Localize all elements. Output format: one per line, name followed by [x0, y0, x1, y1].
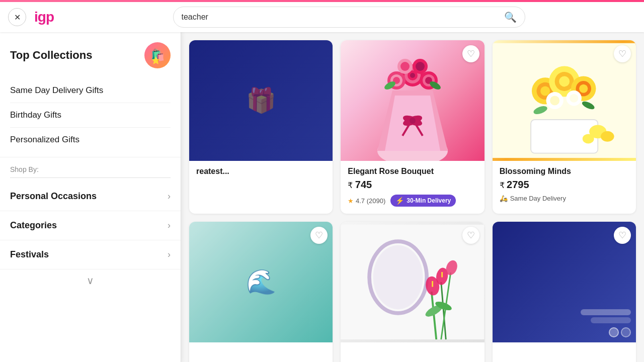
shop-by-divider [10, 177, 171, 178]
collection-item-personalized[interactable]: Personalized Gifts [10, 128, 171, 152]
shop-by-label: Shop By: [10, 165, 171, 173]
scooter-icon: 🛵 [500, 195, 508, 202]
svg-point-43 [582, 134, 594, 144]
product-card-rose-bouquet[interactable]: ♡ Elegant Rose Bouquet ₹ 745 ★ 4.7 (2090… [341, 40, 484, 214]
sidebar: Top Collections 🛍️ ⭐ Same Day Delivery G… [0, 32, 181, 362]
chevron-right-icon-3: › [168, 249, 171, 260]
svg-point-38 [570, 94, 578, 103]
chevron-down-icon: ∨ [87, 275, 94, 287]
accordion-festivals[interactable]: Festivals › [0, 240, 181, 269]
product-image-rose [341, 40, 484, 161]
chevron-right-icon-2: › [168, 220, 171, 231]
top-collections-title: Top Collections [10, 49, 92, 62]
wishlist-button-rose[interactable]: ♡ [462, 45, 479, 62]
product-image-1: 🎁 [189, 40, 333, 161]
product-info-teal [189, 342, 333, 362]
plant-svg [341, 222, 484, 342]
product-price-rose: ₹ 745 [348, 179, 477, 191]
collections-star-icon: ⭐ [151, 56, 160, 64]
product-card-teal[interactable]: 🌊 ♡ [189, 222, 333, 362]
accordion-personal-occasions[interactable]: Personal Occasions › [0, 182, 181, 211]
chevron-right-icon: › [168, 191, 171, 202]
header: ✕ igp 🔍 [0, 2, 644, 32]
svg-point-19 [400, 62, 410, 71]
product-name-1: reatest... [196, 167, 326, 176]
product-meta-blossoming: 🛵 Same Day Delivery [500, 195, 629, 202]
personal-occasions-label: Personal Occasions [10, 191, 97, 202]
product-info-light [341, 342, 484, 362]
search-bar: 🔍 [173, 7, 525, 28]
svg-point-31 [559, 76, 570, 86]
search-input[interactable] [182, 13, 504, 22]
svg-point-46 [373, 245, 423, 309]
collections-icon: 🛍️ ⭐ [144, 42, 171, 68]
product-rating-rose: ★ 4.7 (2090) [348, 197, 385, 205]
svg-point-28 [540, 86, 550, 96]
product-card-light[interactable]: ♡ [341, 222, 484, 362]
same-day-delivery-badge: 🛵 Same Day Delivery [500, 195, 566, 202]
svg-point-36 [550, 96, 559, 105]
product-image-light [341, 222, 484, 342]
festivals-label: Festivals [10, 249, 49, 260]
heart-icon-3: ♡ [315, 230, 323, 241]
main-content: 🎁 reatest... [181, 32, 644, 362]
svg-point-42 [601, 131, 614, 142]
product-image-navy [493, 222, 636, 342]
svg-point-5 [410, 118, 416, 124]
product-name-blossoming: Blossoming Minds [500, 167, 629, 176]
svg-point-21 [416, 62, 425, 71]
product-image-blossoming [493, 40, 636, 161]
shop-by-section: Shop By: [0, 157, 181, 178]
product-grid: 🎁 reatest... [189, 40, 636, 362]
close-icon: ✕ [14, 13, 21, 22]
product-info-navy [493, 342, 636, 362]
product-card-partial-1[interactable]: 🎁 reatest... [189, 40, 333, 214]
search-button[interactable]: 🔍 [504, 11, 517, 23]
scroll-down-indicator: ∨ [0, 269, 181, 292]
product-price-blossoming: ₹ 2795 [500, 179, 629, 191]
product-name-rose: Elegant Rose Bouquet [348, 167, 477, 176]
categories-label: Categories [10, 220, 57, 231]
wishlist-button-blossoming[interactable]: ♡ [614, 45, 631, 62]
collection-item-same-day[interactable]: Same Day Delivery Gifts [10, 78, 171, 103]
top-collections-header: Top Collections 🛍️ ⭐ [10, 42, 171, 68]
product-name-teal [196, 348, 326, 357]
wishlist-button-navy[interactable]: ♡ [614, 227, 631, 244]
delivery-badge-rose: ⚡ 30-Min Delivery [390, 195, 456, 207]
product-name-navy [500, 348, 629, 357]
product-card-blossoming[interactable]: ♡ Blossoming Minds ₹ 2795 🛵 Same Day Del… [493, 40, 636, 214]
svg-point-11 [410, 73, 415, 78]
top-collections-section: Top Collections 🛍️ ⭐ Same Day Delivery G… [0, 32, 181, 157]
yellow-flowers-svg [493, 40, 636, 161]
product-info-1: reatest... [189, 161, 333, 186]
svg-point-34 [579, 84, 588, 93]
heart-icon-2: ♡ [618, 48, 626, 59]
logo-text: igp [34, 9, 54, 25]
wishlist-button-light[interactable]: ♡ [462, 227, 479, 244]
lightning-icon: ⚡ [395, 197, 404, 205]
search-icon: 🔍 [504, 11, 517, 23]
close-button[interactable]: ✕ [8, 8, 26, 26]
logo: igp [34, 9, 54, 25]
collection-item-birthday[interactable]: Birthday Gifts [10, 103, 171, 128]
heart-icon: ♡ [467, 48, 475, 59]
product-card-navy[interactable]: ♡ [493, 222, 636, 362]
product-name-light [348, 348, 477, 357]
heart-icon-5: ♡ [618, 230, 626, 241]
product-meta-rose: ★ 4.7 (2090) ⚡ 30-Min Delivery [348, 195, 477, 207]
heart-icon-4: ♡ [467, 230, 475, 241]
product-info-blossoming: Blossoming Minds ₹ 2795 🛵 Same Day Deliv… [493, 161, 636, 209]
rose-bouquet-svg [362, 40, 463, 161]
product-info-rose: Elegant Rose Bouquet ₹ 745 ★ 4.7 (2090) … [341, 161, 484, 214]
accordion-categories[interactable]: Categories › [0, 211, 181, 240]
product-image-teal: 🌊 [189, 222, 333, 342]
